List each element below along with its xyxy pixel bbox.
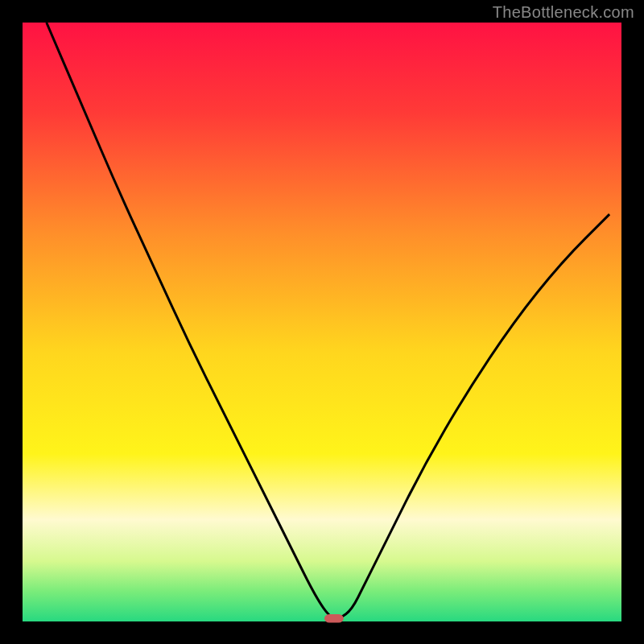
plot-background (23, 23, 621, 621)
bottleneck-chart (0, 0, 644, 644)
chart-frame: TheBottleneck.com (0, 0, 644, 644)
watermark-text: TheBottleneck.com (493, 3, 634, 22)
optimal-marker (324, 614, 344, 622)
